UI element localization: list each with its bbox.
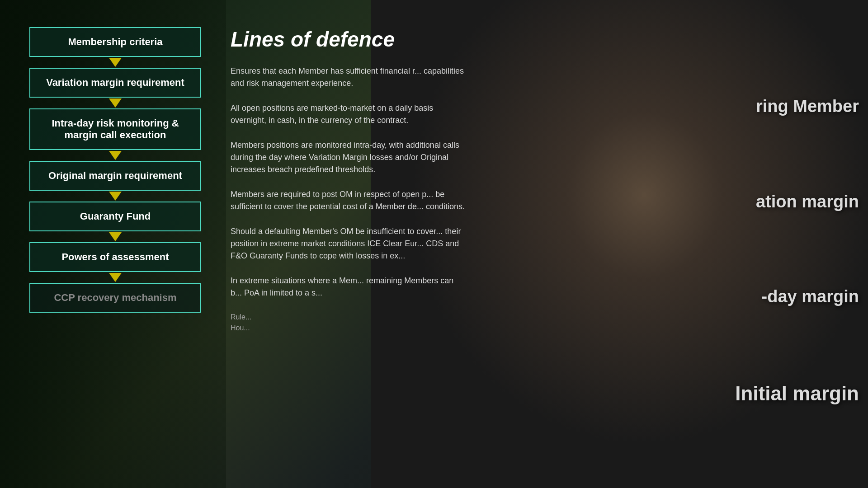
flow-label-original: Original margin requirement (48, 170, 182, 181)
arrow-5 (109, 232, 122, 241)
right-label-clearing-member: ring Member (687, 97, 868, 116)
note-1: Rule... (231, 312, 466, 323)
arrow-2 (109, 99, 122, 108)
right-labels-panel: ring Member ation margin -day margin Ini… (687, 0, 868, 488)
flow-label-membership: Membership criteria (68, 36, 162, 47)
flow-box-ccp-recovery: CCP recovery mechanism (29, 283, 201, 313)
flow-box-powers-assessment: Powers of assessment (29, 242, 201, 272)
flowchart-panel: Membership criteria Variation margin req… (0, 0, 217, 488)
flow-label-guaranty: Guaranty Fund (80, 211, 151, 222)
flow-box-original-margin: Original margin requirement (29, 161, 201, 191)
arrow-1 (109, 58, 122, 67)
right-label-intraday-margin: -day margin (687, 287, 868, 306)
desc-text-original: Members are required to post OM in respe… (231, 188, 466, 213)
right-label-variation-margin: ation margin (687, 192, 868, 211)
desc-text-membership: Ensures that each Member has sufficient … (231, 65, 466, 89)
flow-box-intraday-risk: Intra-day risk monitoring & margin call … (29, 108, 201, 150)
desc-text-guaranty: Should a defaulting Member's OM be insuf… (231, 225, 466, 262)
desc-text-intraday: Members positions are monitored intra-da… (231, 139, 466, 176)
desc-text-powers: In extreme situations where a Mem... rem… (231, 275, 466, 299)
arrow-3 (109, 151, 122, 160)
flow-label-intraday: Intra-day risk monitoring & margin call … (52, 117, 179, 141)
flow-box-membership-criteria: Membership criteria (29, 27, 201, 57)
flow-box-variation-margin: Variation margin requirement (29, 68, 201, 98)
note-2: Hou... (231, 323, 466, 333)
flow-box-guaranty-fund: Guaranty Fund (29, 202, 201, 231)
right-label-initial-margin: Initial margin (687, 382, 868, 414)
arrow-6 (109, 273, 122, 282)
flow-label-ccp: CCP recovery mechanism (54, 292, 176, 303)
flow-label-powers: Powers of assessment (61, 251, 169, 263)
desc-text-variation: All open positions are marked-to-market … (231, 102, 466, 127)
flow-label-variation: Variation margin requirement (46, 77, 184, 88)
arrow-4 (109, 192, 122, 201)
